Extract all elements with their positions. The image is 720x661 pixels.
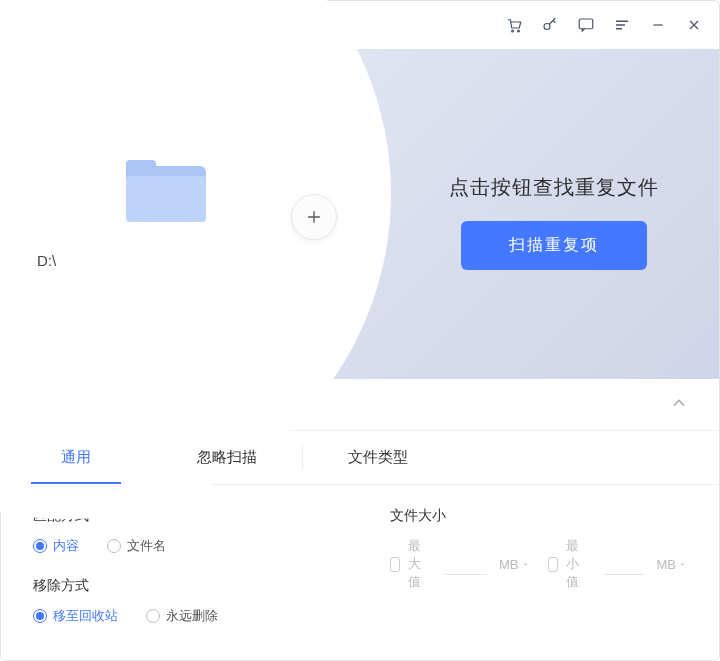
scan-button[interactable]: 扫描重复项 (461, 221, 647, 270)
min-unit-select[interactable]: MB (657, 557, 688, 572)
max-label: 最大值 (408, 537, 433, 591)
remove-mode-title: 移除方式 (33, 577, 330, 595)
svg-point-1 (518, 30, 520, 32)
hero-tagline: 点击按钮查找重复文件 (449, 174, 659, 201)
radio-label: 移至回收站 (53, 607, 118, 625)
key-icon[interactable] (541, 16, 559, 34)
menu-icon[interactable] (613, 16, 631, 34)
drive-path: D:\ (37, 252, 56, 269)
chevron-down-icon (678, 560, 687, 569)
radio-match-content[interactable]: 内容 (33, 537, 79, 555)
tab-general[interactable]: 通用 (1, 431, 151, 484)
tab-file-type[interactable]: 文件类型 (303, 431, 453, 484)
max-unit-select[interactable]: MB (499, 557, 530, 572)
radio-icon (33, 539, 47, 553)
radio-label: 文件名 (127, 537, 166, 555)
close-icon[interactable] (685, 16, 703, 34)
feedback-icon[interactable] (577, 16, 595, 34)
radio-match-filename[interactable]: 文件名 (107, 537, 166, 555)
min-label: 最小值 (566, 537, 591, 591)
radio-icon (146, 609, 160, 623)
filesize-title: 文件大小 (390, 507, 687, 525)
radio-remove-recycle[interactable]: 移至回收站 (33, 607, 118, 625)
radio-label: 内容 (53, 537, 79, 555)
svg-point-0 (512, 30, 514, 32)
cart-icon[interactable] (505, 16, 523, 34)
radio-remove-permanent[interactable]: 永远删除 (146, 607, 218, 625)
max-input[interactable] (445, 553, 487, 575)
min-input[interactable] (603, 553, 645, 575)
minimize-icon[interactable] (649, 16, 667, 34)
checkbox-max[interactable] (390, 557, 400, 572)
tab-ignore-scan[interactable]: 忽略扫描 (152, 431, 302, 484)
radio-icon (33, 609, 47, 623)
chevron-down-icon (521, 560, 530, 569)
folder-icon[interactable] (126, 160, 206, 222)
add-folder-button[interactable] (291, 194, 337, 240)
svg-point-2 (544, 24, 550, 30)
radio-icon (107, 539, 121, 553)
chevron-up-icon[interactable] (669, 393, 689, 417)
checkbox-min[interactable] (548, 557, 558, 572)
radio-label: 永远删除 (166, 607, 218, 625)
